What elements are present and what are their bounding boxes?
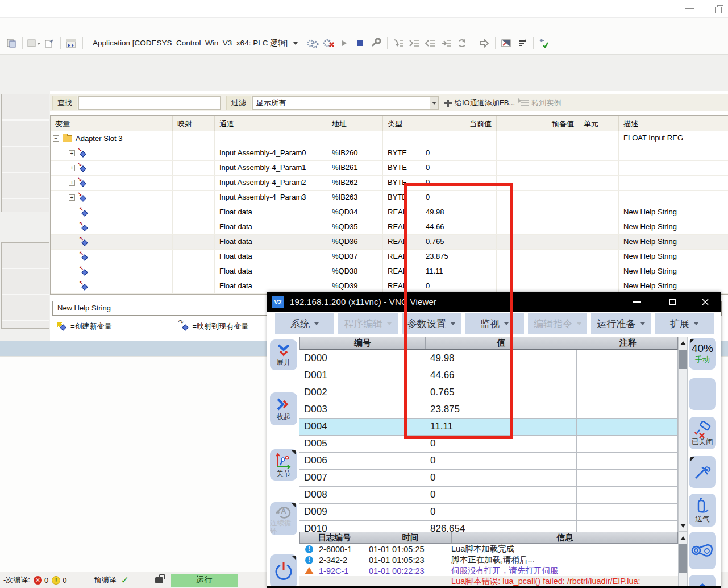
cell-prepared-value[interactable] [497, 146, 579, 160]
play-icon[interactable] [338, 36, 351, 50]
cell-prepared-value[interactable] [497, 131, 579, 146]
run-to-cursor-icon[interactable] [439, 36, 453, 50]
refresh-check-icon[interactable] [538, 36, 551, 50]
cell-prepared-value[interactable] [497, 235, 579, 249]
table-row[interactable]: − + Input Assembly-4_Param3 %IB263 BYTE [51, 191, 728, 205]
vnc-close-button[interactable] [692, 292, 718, 312]
cell-comment [577, 419, 678, 435]
force-values-icon[interactable] [477, 36, 491, 50]
parameter-row[interactable]: D003 23.875 [299, 401, 678, 419]
parameter-row[interactable]: D002 0.765 [299, 384, 678, 401]
log-row[interactable]: ! 1-92C-1 01-01 00:22:23 伺服没有打开，请先打开伺服 [299, 565, 678, 576]
paste-icon[interactable] [5, 36, 18, 50]
cell-prepared-value[interactable] [497, 191, 579, 205]
pou-pane[interactable] [1, 242, 49, 329]
cell-prepared-value[interactable] [497, 250, 579, 264]
stop-icon[interactable] [353, 36, 367, 50]
wrench-icon[interactable] [369, 36, 383, 50]
expand-toggle-icon[interactable]: + [69, 180, 75, 186]
scroll-up-icon[interactable] [679, 533, 687, 543]
table-row[interactable]: − + Float data %QD35 REAL 44.6 [51, 220, 728, 235]
joint-mode-button[interactable]: 关节 [270, 449, 297, 481]
output-variable-icon [80, 282, 89, 291]
table-row[interactable]: − + Float data %QD34 REAL 49.9 [51, 205, 728, 220]
add-fb-button[interactable]: 给IO通道添加FB... [444, 98, 515, 108]
expand-button[interactable]: 展开 [270, 339, 297, 370]
log-row[interactable]: ! 2-342-2 01-01 01:05:23 脚本正在加载,请稍后... [299, 554, 678, 565]
scroll-down-icon[interactable] [679, 521, 687, 530]
watch-list-icon[interactable] [515, 36, 529, 50]
gas-supply-button[interactable]: 送气 [689, 494, 716, 527]
log-scrollbar[interactable] [678, 532, 688, 588]
parameter-row[interactable]: D007 0 [299, 470, 678, 487]
application-selector[interactable]: Application [CODESYS_Control_Win_V3_x64:… [88, 36, 302, 51]
parameter-scrollbar[interactable] [678, 337, 688, 532]
logout-icon[interactable] [322, 36, 335, 50]
menu-item[interactable]: 监视 [465, 313, 524, 334]
scroll-thumb[interactable] [679, 350, 687, 369]
menu-item[interactable]: 运行准备 [591, 313, 650, 334]
parameter-row[interactable]: D001 44.66 [299, 367, 678, 384]
cell-prepared-value[interactable] [497, 205, 579, 220]
vnc-maximize-button[interactable] [659, 292, 685, 312]
parameter-row[interactable]: D004 11.11 [299, 419, 678, 436]
build-icon[interactable] [65, 36, 78, 50]
table-row[interactable]: − + Float data %QD38 REAL 11.1 [51, 264, 728, 279]
parameter-row[interactable]: D008 0 [299, 487, 678, 504]
step-into-icon[interactable] [407, 36, 421, 50]
torch-button[interactable] [689, 456, 716, 488]
table-row[interactable]: − + Input Assembly-4_Param0 %IB260 BYTE [51, 146, 728, 161]
continuous-loop-button[interactable]: A 连续循环 [270, 502, 297, 535]
single-cycle-icon[interactable] [455, 36, 469, 50]
parameter-row[interactable]: D009 0 [299, 504, 678, 521]
vnc-titlebar[interactable]: V2 192.168.1.200 (x11vnc) - VNC Viewer [267, 292, 721, 312]
collapse-toggle-icon[interactable]: − [53, 135, 59, 142]
menu-item[interactable]: 编辑指令 [528, 313, 587, 334]
parameter-row[interactable]: D005 0 [299, 436, 678, 453]
codesys-titlebar [0, 0, 728, 17]
cell-prepared-value[interactable] [497, 220, 579, 234]
log-row[interactable]: ! 2-6000-1 01-01 01:05:25 Lua脚本加载完成 [299, 544, 678, 554]
menu-item[interactable]: 程序编辑 [338, 313, 397, 334]
parameter-row[interactable]: D000 49.98 [299, 350, 678, 367]
goto-instance-button[interactable]: 转到实例 [521, 98, 561, 108]
new-object-dropdown-icon[interactable] [27, 36, 40, 50]
cell-prepared-value[interactable] [497, 264, 579, 279]
table-row[interactable]: − + Input Assembly-4_Param1 %IB261 BYTE [51, 161, 728, 176]
scroll-up-icon[interactable] [679, 338, 687, 347]
login-icon[interactable] [306, 36, 319, 50]
tool-closed-button[interactable]: 已关闭 [689, 417, 716, 449]
collapse-button[interactable]: 收起 [270, 392, 297, 425]
parameter-row[interactable]: D006 0 [299, 453, 678, 470]
table-row[interactable]: − + Input Assembly-4_Param2 %IB262 BYTE [51, 176, 728, 191]
menu-item[interactable]: 参数设置 [402, 313, 461, 334]
expand-toggle-icon[interactable]: + [69, 150, 75, 156]
restore-button[interactable] [710, 3, 727, 14]
export-icon[interactable] [43, 36, 56, 50]
blank-button[interactable] [689, 378, 716, 410]
cell-prepared-value[interactable] [497, 176, 579, 190]
menu-item[interactable]: 扩展 [655, 313, 714, 334]
find-input[interactable] [78, 96, 221, 110]
cell-type: REAL [383, 264, 421, 279]
step-over-icon[interactable] [392, 36, 405, 50]
table-row[interactable]: − + Float data %QD37 REAL 23.8 [51, 250, 728, 264]
vnc-minimize-button[interactable] [624, 292, 650, 312]
step-out-icon[interactable] [423, 36, 437, 50]
cell-prepared-value[interactable] [497, 161, 579, 175]
minimize-button[interactable] [681, 3, 698, 14]
vnc-menubar: 系统 程序编辑 参数设置 监视 编辑指令 运行准备 [267, 312, 721, 336]
servo-power-button[interactable] [270, 554, 297, 588]
mapping-filter-bar: 查找 过滤 显示所有 给IO通道添加FB... 转到实例 [50, 94, 728, 111]
filter-select[interactable]: 显示所有 [252, 96, 439, 110]
expand-toggle-icon[interactable]: + [69, 194, 75, 201]
flow-control-icon[interactable] [500, 36, 513, 50]
speed-mode-button[interactable]: 40% 手动 [689, 338, 716, 370]
robot-handle-button[interactable] [689, 532, 716, 569]
devices-pane[interactable] [1, 94, 49, 212]
scroll-thumb[interactable] [679, 544, 687, 573]
menu-item[interactable]: 系统 [275, 313, 334, 334]
expand-toggle-icon[interactable]: + [69, 165, 75, 171]
table-row[interactable]: − + Adapter Slot 3 [51, 131, 728, 146]
table-row[interactable]: − + Float data %QD36 REAL 0.76 [51, 235, 728, 250]
